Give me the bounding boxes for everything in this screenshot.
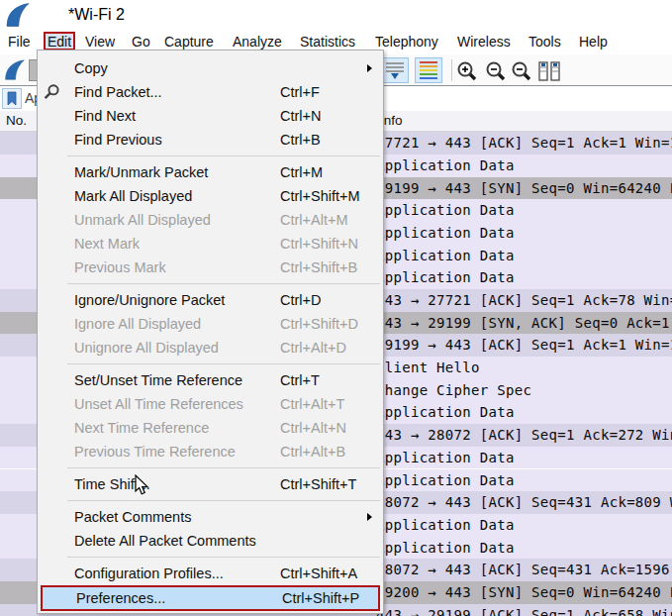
window-title: *Wi-Fi 2 bbox=[68, 0, 125, 30]
menu-item-ignore-all-displayed[interactable]: Ignore All DisplayedCtrl+Shift+D bbox=[38, 312, 383, 336]
menu-item-delete-all-packet-comments[interactable]: Delete All Packet Comments bbox=[38, 529, 383, 553]
zoom-original-icon[interactable] bbox=[511, 60, 533, 82]
menu-item-find-next[interactable]: Find NextCtrl+N bbox=[38, 104, 383, 128]
menu-separator bbox=[38, 496, 383, 505]
wireshark-fin-icon[interactable] bbox=[3, 58, 26, 81]
zoom-out-icon[interactable] bbox=[485, 60, 508, 82]
menu-item-mark-unmark-packet[interactable]: Mark/Unmark PacketCtrl+M bbox=[38, 160, 383, 184]
menubar-item-tools[interactable]: Tools bbox=[528, 30, 561, 54]
title-bar[interactable]: *Wi-Fi 2 bbox=[0, 0, 672, 30]
menubar-item-wireless[interactable]: Wireless bbox=[457, 30, 511, 54]
menu-item-ignore-unignore-packet[interactable]: Ignore/Unignore PacketCtrl+D bbox=[38, 288, 383, 312]
wireshark-window: 27721 → 443 [ACK] Seq=1 Ack=1 Win=1026 L… bbox=[0, 0, 672, 616]
menubar-item-file[interactable]: File bbox=[8, 30, 31, 54]
menu-separator bbox=[38, 359, 383, 368]
menu-item-find-packet[interactable]: Find Packet...Ctrl+F bbox=[38, 80, 383, 104]
column-header-no[interactable]: No. bbox=[6, 111, 27, 132]
menu-item-unignore-all-displayed[interactable]: Unignore All DisplayedCtrl+Alt+D bbox=[38, 336, 383, 359]
submenu-arrow-icon bbox=[367, 513, 372, 521]
menu-separator bbox=[38, 553, 383, 562]
menu-item-previous-mark[interactable]: Previous MarkCtrl+Shift+B bbox=[38, 256, 383, 279]
menubar-item-telephony[interactable]: Telephony bbox=[375, 30, 438, 54]
menu-separator bbox=[38, 463, 383, 472]
wireshark-fin-icon bbox=[4, 2, 31, 28]
scroll-to-bottom-icon[interactable] bbox=[381, 57, 409, 83]
menu-item-copy[interactable]: Copy bbox=[38, 56, 383, 80]
menu-item-unset-all-time-references[interactable]: Unset All Time ReferencesCtrl+Alt+T bbox=[38, 392, 383, 416]
zoom-in-icon[interactable] bbox=[456, 60, 479, 82]
menu-item-previous-time-reference[interactable]: Previous Time ReferenceCtrl+Alt+B bbox=[38, 440, 383, 463]
toolbar-separator bbox=[451, 59, 452, 81]
menu-separator bbox=[38, 279, 383, 288]
menu-item-next-mark[interactable]: Next MarkCtrl+Shift+N bbox=[38, 232, 383, 256]
menu-item-find-previous[interactable]: Find PreviousCtrl+B bbox=[38, 128, 383, 152]
mouse-cursor bbox=[135, 474, 149, 496]
colorize-icon[interactable] bbox=[415, 57, 442, 83]
edit-dropdown-menu: CopyFind Packet...Ctrl+FFind NextCtrl+NF… bbox=[37, 50, 384, 614]
menu-item-set-unset-time-reference[interactable]: Set/Unset Time ReferenceCtrl+T bbox=[38, 368, 383, 392]
submenu-arrow-icon bbox=[367, 64, 372, 72]
menu-item-unmark-all-displayed[interactable]: Unmark All DisplayedCtrl+Alt+M bbox=[38, 208, 383, 232]
menu-item-preferences[interactable]: Preferences...Ctrl+Shift+P bbox=[41, 585, 380, 611]
resize-columns-icon[interactable] bbox=[537, 60, 561, 82]
menu-item-configuration-profiles[interactable]: Configuration Profiles...Ctrl+Shift+A bbox=[38, 562, 383, 585]
find-icon bbox=[43, 83, 60, 101]
menu-item-packet-comments[interactable]: Packet Comments bbox=[38, 505, 383, 529]
bookmark-icon[interactable] bbox=[2, 88, 22, 109]
menu-separator bbox=[38, 152, 383, 160]
menubar-item-help[interactable]: Help bbox=[579, 30, 608, 54]
menu-item-time-shift[interactable]: Time Shift...Ctrl+Shift+T bbox=[38, 472, 383, 496]
menu-item-next-time-reference[interactable]: Next Time ReferenceCtrl+Alt+N bbox=[38, 416, 383, 440]
menu-item-mark-all-displayed[interactable]: Mark All DisplayedCtrl+Shift+M bbox=[38, 184, 383, 208]
